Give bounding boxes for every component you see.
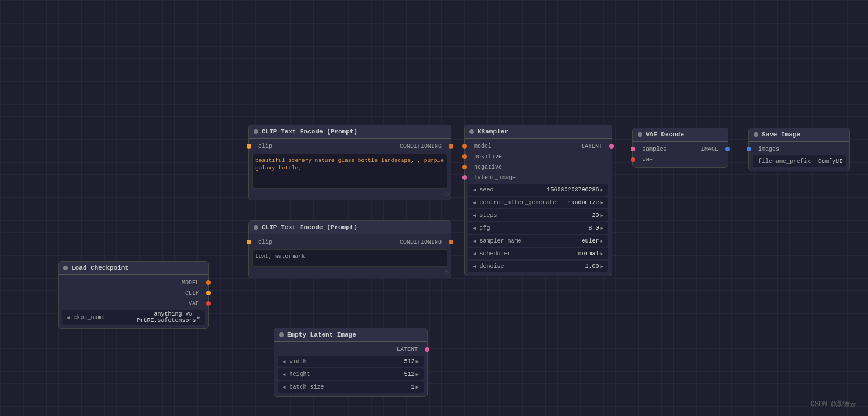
vae-output-port[interactable] xyxy=(206,301,211,306)
ksampler-dot xyxy=(469,129,474,134)
load-checkpoint-dot xyxy=(63,266,68,270)
clip-negative-output-port[interactable] xyxy=(449,240,453,244)
save-images-port[interactable] xyxy=(747,147,751,151)
ckpt-name-field[interactable]: ◀ ckpt_name anything-v5-PrtRE.safetensor… xyxy=(62,310,205,325)
denoise-left-arrow[interactable]: ◀ xyxy=(472,263,477,270)
height-field[interactable]: ◀ height 512 ▶ xyxy=(278,368,424,380)
clip-negative-title: CLIP Text Encode (Prompt) xyxy=(262,224,357,231)
clip-output-label: CLIP xyxy=(183,290,201,296)
load-checkpoint-header: Load Checkpoint xyxy=(59,262,208,275)
vae-vae-port[interactable] xyxy=(631,157,635,162)
steps-value: 20 xyxy=(592,212,599,219)
ckpt-right-arrow[interactable]: ▶ xyxy=(196,314,201,321)
batch-right-arrow[interactable]: ▶ xyxy=(415,384,420,390)
resize-icon-neg: ⬡ xyxy=(444,270,449,275)
ksampler-positive-label: positive xyxy=(472,154,504,160)
batch-left-arrow[interactable]: ◀ xyxy=(281,384,287,390)
ksampler-latent-port[interactable] xyxy=(609,144,614,149)
cfg-label: cfg xyxy=(477,225,588,231)
width-right-arrow[interactable]: ▶ xyxy=(415,359,420,365)
seed-field[interactable]: ◀ seed 156680208700286 ▶ xyxy=(468,184,608,196)
clip-negative-body: clip CONDITIONING text, watermark ⬡ xyxy=(249,234,451,278)
model-output-port[interactable] xyxy=(206,280,211,285)
vae-vae-label: vae xyxy=(640,157,655,163)
empty-latent-node: Empty Latent Image LATENT ◀ width 512 ▶ … xyxy=(274,328,428,397)
clip-positive-input-port[interactable] xyxy=(247,144,251,149)
clip-negative-input-label: clip xyxy=(256,239,274,245)
scheduler-label: scheduler xyxy=(477,251,578,257)
sampler-field[interactable]: ◀ sampler_name euler ▶ xyxy=(468,235,608,247)
control-after-field[interactable]: ◀ control_after_generate randomize ▶ xyxy=(468,197,608,208)
denoise-field[interactable]: ◀ denoise 1.00 ▶ xyxy=(468,261,608,272)
clip-negative-dot xyxy=(254,225,258,230)
seed-left-arrow[interactable]: ◀ xyxy=(472,187,477,193)
ksampler-negative-row: negative xyxy=(465,162,612,172)
save-images-row: images xyxy=(749,144,849,154)
clip-positive-header: CLIP Text Encode (Prompt) xyxy=(249,125,451,139)
scheduler-right-arrow[interactable]: ▶ xyxy=(599,251,605,257)
clip-output-port[interactable] xyxy=(206,291,211,295)
height-right-arrow[interactable]: ▶ xyxy=(415,371,420,378)
clip-output-row: CLIP xyxy=(59,288,208,298)
vae-decode-dot xyxy=(638,132,642,137)
ksampler-negative-label: negative xyxy=(472,164,504,171)
seed-right-arrow[interactable]: ▶ xyxy=(599,187,605,193)
steps-right-arrow[interactable]: ▶ xyxy=(599,212,605,219)
denoise-right-arrow[interactable]: ▶ xyxy=(599,263,605,270)
cfg-left-arrow[interactable]: ◀ xyxy=(472,225,477,231)
vae-samples-input-port[interactable] xyxy=(631,147,635,151)
width-value: 512 xyxy=(404,359,415,365)
sampler-right-arrow[interactable]: ▶ xyxy=(599,238,605,244)
scheduler-value: normal xyxy=(578,251,599,257)
clip-negative-node: CLIP Text Encode (Prompt) clip CONDITION… xyxy=(248,220,451,278)
width-left-arrow[interactable]: ◀ xyxy=(281,359,287,365)
sampler-value: euler xyxy=(582,238,599,244)
canvas-background xyxy=(0,0,868,416)
filename-prefix-field[interactable]: filename_prefix ComfyUI xyxy=(753,155,846,167)
ksampler-model-port[interactable] xyxy=(462,144,467,149)
load-checkpoint-node: Load Checkpoint MODEL CLIP VAE ◀ ckpt_na… xyxy=(58,261,209,329)
clip-negative-text[interactable]: text, watermark xyxy=(252,249,447,267)
control-label: control_after_generate xyxy=(477,200,567,206)
latent-output-label: LATENT xyxy=(395,346,420,353)
clip-positive-output-port[interactable] xyxy=(449,144,453,149)
steps-field[interactable]: ◀ steps 20 ▶ xyxy=(468,209,608,221)
ksampler-positive-port[interactable] xyxy=(462,154,467,159)
control-left-arrow[interactable]: ◀ xyxy=(472,200,477,206)
clip-negative-resize[interactable]: ⬡ xyxy=(249,269,451,276)
ksampler-model-label: model xyxy=(472,143,494,150)
width-label: width xyxy=(287,359,404,365)
clip-negative-header: CLIP Text Encode (Prompt) xyxy=(249,221,451,234)
vae-image-output-port[interactable] xyxy=(725,147,730,151)
ksampler-latent-image-port[interactable] xyxy=(462,175,467,180)
ksampler-title: KSampler xyxy=(478,128,508,135)
vae-decode-body: samples IMAGE vae xyxy=(633,142,728,167)
cfg-field[interactable]: ◀ cfg 8.0 ▶ xyxy=(468,222,608,234)
scheduler-field[interactable]: ◀ scheduler normal ▶ xyxy=(468,248,608,259)
clip-positive-output-label: CONDITIONING xyxy=(397,143,444,150)
cfg-right-arrow[interactable]: ▶ xyxy=(599,225,605,231)
load-checkpoint-body: MODEL CLIP VAE ◀ ckpt_name anything-v5-P… xyxy=(59,275,208,328)
steps-left-arrow[interactable]: ◀ xyxy=(472,212,477,219)
width-field[interactable]: ◀ width 512 ▶ xyxy=(278,356,424,367)
steps-label: steps xyxy=(477,212,592,219)
batch-size-field[interactable]: ◀ batch_size 1 ▶ xyxy=(278,381,424,393)
clip-negative-input-port[interactable] xyxy=(247,240,251,244)
scheduler-left-arrow[interactable]: ◀ xyxy=(472,251,477,257)
empty-latent-dot xyxy=(279,332,284,337)
ckpt-left-arrow[interactable]: ◀ xyxy=(66,314,71,321)
control-right-arrow[interactable]: ▶ xyxy=(599,200,605,206)
clip-positive-resize[interactable]: ⬡ xyxy=(249,191,451,197)
load-checkpoint-title: Load Checkpoint xyxy=(71,265,129,272)
ksampler-negative-port[interactable] xyxy=(462,165,467,169)
height-value: 512 xyxy=(404,371,415,378)
ksampler-node: KSampler model LATENT positive negative … xyxy=(464,125,612,276)
clip-positive-text[interactable]: beautiful scenery nature glass bottle la… xyxy=(252,154,447,189)
save-image-header: Save Image xyxy=(749,128,849,142)
sampler-left-arrow[interactable]: ◀ xyxy=(472,238,477,244)
vae-image-output-label: IMAGE xyxy=(699,146,721,153)
filename-prefix-value: ComfyUI xyxy=(818,158,842,165)
clip-negative-output-label: CONDITIONING xyxy=(397,239,444,245)
height-left-arrow[interactable]: ◀ xyxy=(281,371,287,378)
latent-output-port[interactable] xyxy=(425,347,429,352)
